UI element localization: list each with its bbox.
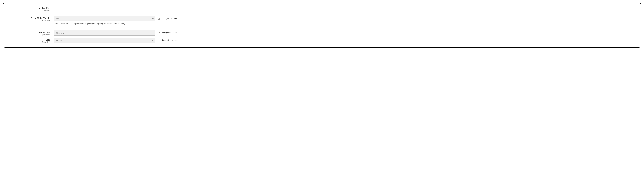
scope-size: [store view] <box>6 41 50 43</box>
label-divide-order-weight: Divide Order Weight <box>30 17 50 19</box>
use-system-value-label: Use system value <box>162 39 176 41</box>
select-value: Yes <box>54 16 156 21</box>
field-control-col: Regular <box>54 38 155 43</box>
use-system-value-label: Use system value <box>162 31 176 34</box>
field-control-col: Kilograms <box>54 30 155 35</box>
select-value: Kilograms <box>54 30 155 35</box>
use-system-value-checkbox-divide-order-weight[interactable] <box>158 17 160 19</box>
field-aux-col: Use system value <box>155 38 176 41</box>
label-weight-unit: Weight Unit <box>39 31 50 33</box>
label-handling-fee: Handling Fee <box>37 7 50 9</box>
label-size: Size <box>46 39 50 41</box>
field-row-size: Size [store view] Regular Use system val… <box>6 37 638 44</box>
weight-unit-select[interactable]: Kilograms <box>54 30 155 35</box>
field-control-col: Yes Select this to allow DHL to optimize… <box>54 16 156 24</box>
size-select[interactable]: Regular <box>54 38 155 43</box>
select-value: Regular <box>54 38 155 43</box>
field-label-col: Handling Fee [website] <box>6 6 54 11</box>
handling-fee-input[interactable] <box>54 6 155 11</box>
hint-divide-order-weight: Select this to allow DHL to optimize shi… <box>54 23 156 24</box>
field-row-divide-order-weight: Divide Order Weight [store view] Yes Sel… <box>6 14 638 27</box>
field-aux-col: Use system value <box>156 16 177 19</box>
use-system-value-label: Use system value <box>162 17 177 19</box>
scope-handling-fee: [website] <box>6 10 50 11</box>
field-control-col <box>54 6 155 11</box>
field-row-weight-unit: Weight Unit [store view] Kilograms Use s… <box>6 29 638 37</box>
scope-weight-unit: [store view] <box>6 34 50 36</box>
field-label-col: Divide Order Weight [store view] <box>6 16 54 21</box>
scope-divide-order-weight: [store view] <box>6 20 50 22</box>
divide-order-weight-select[interactable]: Yes <box>54 16 156 21</box>
field-aux-col: Use system value <box>155 30 176 34</box>
field-label-col: Size [store view] <box>6 38 54 43</box>
config-panel: Handling Fee [website] Divide Order Weig… <box>2 2 642 48</box>
use-system-value-checkbox-size[interactable] <box>158 39 160 41</box>
use-system-value-checkbox-weight-unit[interactable] <box>158 31 160 34</box>
field-row-handling-fee: Handling Fee [website] <box>6 5 638 12</box>
field-label-col: Weight Unit [store view] <box>6 30 54 36</box>
